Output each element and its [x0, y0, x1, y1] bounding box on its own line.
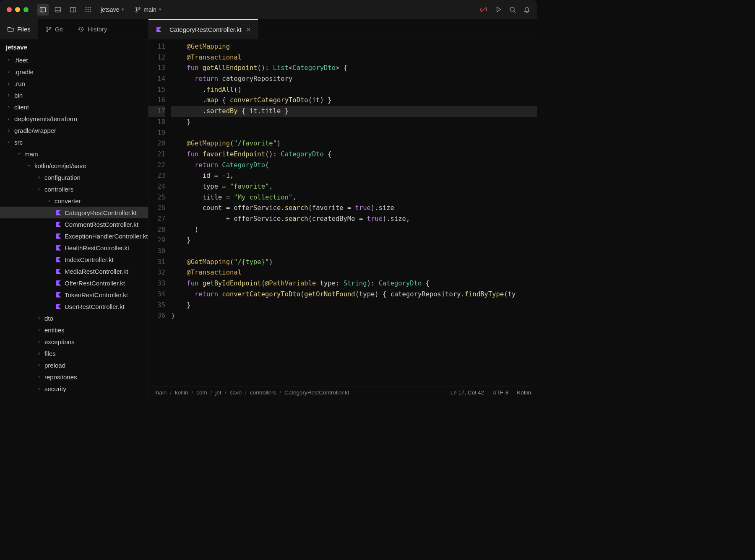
- folder-item[interactable]: ›converter: [0, 195, 148, 207]
- tree-item-label: main: [24, 150, 38, 158]
- breadcrumb-segment[interactable]: com: [196, 389, 207, 396]
- line-number: 34: [148, 289, 165, 300]
- window-maximize[interactable]: [23, 7, 29, 12]
- close-icon[interactable]: ✕: [246, 26, 251, 34]
- folder-item[interactable]: ›client: [0, 101, 148, 113]
- project-name: jetsave: [101, 6, 119, 13]
- file-item[interactable]: IndexController.kt: [0, 254, 148, 265]
- code-content[interactable]: @GetMapping @Transactional fun getAllEnd…: [171, 39, 537, 386]
- folder-item[interactable]: ›bin: [0, 89, 148, 101]
- breadcrumb-segment[interactable]: CategoryRestController.kt: [284, 389, 349, 396]
- file-item[interactable]: TokenRestController.kt: [0, 289, 148, 301]
- kotlin-icon: [55, 257, 62, 262]
- tree-item-label: IndexController.kt: [65, 256, 114, 263]
- grid-icon[interactable]: [82, 4, 94, 16]
- folder-icon: [8, 26, 14, 32]
- breadcrumb-segment[interactable]: controllers: [250, 389, 276, 396]
- chevron-icon: ›: [36, 186, 42, 192]
- breadcrumb-separator: /: [279, 389, 281, 396]
- code-line: @GetMapping("/favorite"): [171, 138, 537, 149]
- folder-item[interactable]: ›controllers: [0, 183, 148, 195]
- folder-item[interactable]: ›.fleet: [0, 54, 148, 66]
- code-line: return categoryRepository: [171, 74, 537, 85]
- tab-history[interactable]: History: [70, 19, 115, 39]
- chevron-icon: ›: [46, 198, 52, 204]
- folder-item[interactable]: ›repositories: [0, 371, 148, 383]
- branch-selector[interactable]: main ▾: [135, 6, 161, 13]
- folder-item[interactable]: ›main: [0, 148, 148, 160]
- folder-item[interactable]: ›deployments/terraform: [0, 113, 148, 124]
- tab-git[interactable]: Git: [38, 19, 70, 39]
- panel-right-icon[interactable]: [67, 4, 79, 16]
- code-line: .map { convertCategoryToDto(it) }: [171, 95, 537, 106]
- svg-line-18: [481, 7, 487, 12]
- language-mode[interactable]: Kotlin: [517, 389, 531, 396]
- file-item[interactable]: ExceptionHandlerController.kt: [0, 230, 148, 242]
- search-icon[interactable]: [509, 6, 516, 13]
- tree-item-label: repositories: [44, 373, 77, 381]
- svg-point-17: [139, 7, 140, 8]
- folder-item[interactable]: ›security: [0, 383, 148, 394]
- folder-item[interactable]: ›preload: [0, 359, 148, 371]
- run-icon[interactable]: [495, 6, 502, 13]
- file-item[interactable]: UserRestController.kt: [0, 301, 148, 312]
- window-close[interactable]: [7, 7, 12, 12]
- file-item[interactable]: OfferRestController.kt: [0, 277, 148, 289]
- code-line: ): [171, 225, 537, 236]
- editor-tab-label: CategoryRestController.kt: [169, 26, 242, 33]
- folder-item[interactable]: ›entities: [0, 324, 148, 336]
- line-number: 13: [148, 63, 165, 74]
- file-item[interactable]: HealthRestController.kt: [0, 242, 148, 254]
- tree-item-label: dto: [44, 315, 53, 322]
- chevron-icon: ›: [36, 327, 42, 333]
- tree-item-label: .run: [14, 80, 25, 87]
- folder-item[interactable]: ›gradle/wrapper: [0, 124, 148, 136]
- tree-item-label: entities: [44, 327, 65, 334]
- bell-icon[interactable]: [523, 6, 530, 13]
- history-icon: [78, 26, 84, 32]
- editor-tabs: CategoryRestController.kt ✕: [148, 19, 537, 39]
- folder-item[interactable]: ›files: [0, 347, 148, 359]
- tree-item-label: configuration: [44, 174, 81, 181]
- breadcrumb[interactable]: main/kotlin/com/jet/save/controllers/Cat…: [154, 389, 349, 396]
- code-line: id = -1,: [171, 171, 537, 181]
- file-item[interactable]: CommentRestController.kt: [0, 218, 148, 230]
- file-item[interactable]: CategoryRestController.kt: [0, 207, 148, 218]
- code-editor[interactable]: 1112131415161718192021222324252627282930…: [148, 39, 537, 386]
- folder-item[interactable]: ›.run: [0, 78, 148, 89]
- tab-files[interactable]: Files: [0, 19, 38, 39]
- breadcrumb-segment[interactable]: jet: [216, 389, 221, 396]
- branch-name: main: [143, 6, 156, 13]
- file-item[interactable]: MediaRestController.kt: [0, 265, 148, 277]
- folder-item[interactable]: ›src: [0, 136, 148, 148]
- breadcrumb-segment[interactable]: main: [154, 389, 167, 396]
- folder-item[interactable]: ›.gradle: [0, 66, 148, 78]
- panel-bottom-icon[interactable]: [52, 4, 64, 16]
- window-minimize[interactable]: [15, 7, 20, 12]
- cursor-position[interactable]: Ln 17, Col 42: [450, 389, 484, 396]
- folder-item[interactable]: ›configuration: [0, 171, 148, 183]
- breadcrumb-segment[interactable]: kotlin: [175, 389, 188, 396]
- line-number: 32: [148, 267, 165, 278]
- line-number: 15: [148, 85, 165, 96]
- chevron-icon: ›: [6, 69, 12, 75]
- folder-item[interactable]: ›dto: [0, 312, 148, 324]
- code-line: fun favoriteEndpoint(): CategoryDto {: [171, 149, 537, 160]
- tree-item-label: CommentRestController.kt: [65, 221, 138, 228]
- project-selector[interactable]: jetsave ▾: [101, 6, 124, 13]
- folder-item[interactable]: ›exceptions: [0, 336, 148, 347]
- editor-tab[interactable]: CategoryRestController.kt ✕: [148, 19, 258, 39]
- panel-left-icon[interactable]: [37, 4, 49, 16]
- tree-item-label: .gradle: [14, 68, 34, 75]
- titlebar: jetsave ▾ main ▾: [0, 0, 537, 19]
- line-number: 11: [148, 41, 165, 52]
- folder-item[interactable]: ›kotlin/com/jet/save: [0, 160, 148, 171]
- breadcrumb-segment[interactable]: save: [230, 389, 242, 396]
- project-root[interactable]: jetsave: [0, 39, 148, 54]
- connection-icon[interactable]: [479, 6, 488, 13]
- tree-item-label: security: [44, 385, 66, 392]
- tree-item-label: kotlin/com/jet/save: [34, 162, 86, 169]
- line-number: 28: [148, 225, 165, 236]
- line-number: 23: [148, 171, 165, 181]
- encoding[interactable]: UTF-8: [492, 389, 508, 396]
